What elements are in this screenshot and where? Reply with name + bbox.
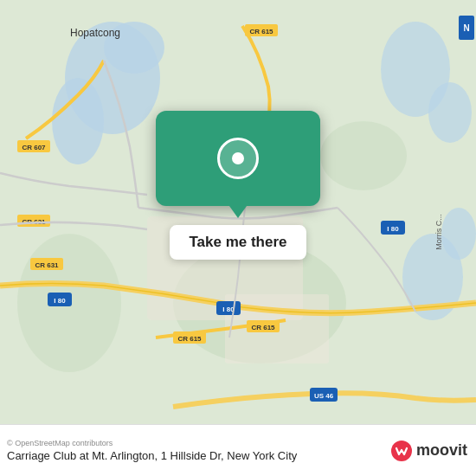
- svg-text:I 80: I 80: [54, 297, 66, 305]
- svg-text:I 80: I 80: [387, 225, 399, 233]
- address-text: Carriage Club at Mt. Arlington, 1 Hillsi…: [7, 449, 390, 462]
- svg-text:CR 615: CR 615: [249, 28, 273, 35]
- moovit-logo: moovit: [390, 440, 467, 462]
- pin-dot: [232, 152, 244, 164]
- svg-text:CR 615: CR 615: [177, 335, 202, 343]
- svg-text:CR 631: CR 631: [35, 261, 59, 269]
- svg-point-11: [320, 121, 407, 190]
- svg-text:Morris C...: Morris C...: [434, 214, 443, 250]
- svg-point-6: [428, 82, 472, 143]
- popup-card: [156, 111, 320, 206]
- take-me-there-button[interactable]: Take me there: [170, 225, 306, 260]
- moovit-icon: [390, 440, 413, 462]
- svg-text:US 46: US 46: [314, 392, 334, 400]
- svg-point-3: [52, 78, 104, 164]
- copyright-text: © OpenStreetMap contributors: [7, 439, 390, 447]
- address-section: © OpenStreetMap contributors Carriage Cl…: [7, 439, 390, 462]
- svg-text:N: N: [463, 23, 469, 33]
- svg-point-8: [441, 208, 476, 260]
- bottom-bar: © OpenStreetMap contributors Carriage Cl…: [0, 424, 476, 476]
- map-container[interactable]: I 80 I 80 I 80 US 46 CR 607 CR 615 CR 61…: [0, 0, 476, 424]
- moovit-text: moovit: [416, 441, 467, 460]
- location-pin-icon: [217, 138, 259, 179]
- svg-text:CR 615: CR 615: [251, 324, 275, 331]
- svg-text:CR 607: CR 607: [22, 144, 46, 151]
- svg-text:Hopatcong: Hopatcong: [70, 27, 120, 39]
- map-popup: Take me there: [156, 111, 320, 260]
